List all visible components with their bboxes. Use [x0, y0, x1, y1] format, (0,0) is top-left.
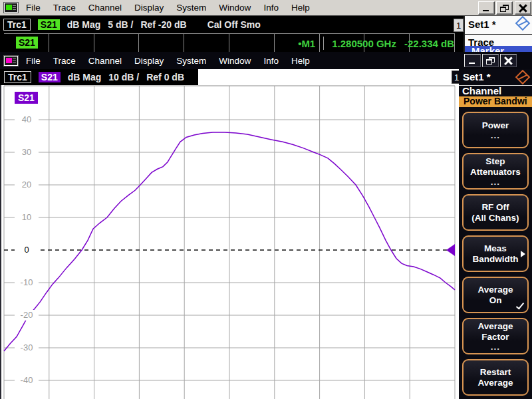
rs-logo-icon	[515, 70, 531, 85]
menu-channel[interactable]: Channel	[88, 56, 122, 66]
restore-button[interactable]	[482, 54, 499, 67]
background-window-diagram: Trc1 S21 dB Mag 5 dB / Ref -20 dB Cal Of…	[0, 16, 532, 52]
softkey-average-on[interactable]: Average On	[462, 277, 529, 313]
reference-level-marker-icon[interactable]	[446, 244, 455, 256]
y-axis-label: 10	[15, 212, 39, 223]
marker-frequency: 1.280500 GHz	[332, 38, 396, 49]
format-label[interactable]: dB Mag	[68, 72, 102, 82]
softkey-dots: ...	[491, 131, 500, 140]
softkey-label: (All Chans)	[471, 213, 519, 223]
marker-readout: •M1 1.280500 GHz -22.334 dB	[0, 36, 454, 51]
setup-title: Set1 *	[468, 19, 496, 30]
softkey-rf-off[interactable]: RF Off (All Chans)	[462, 194, 529, 231]
setup-title-row: Set1 *	[465, 16, 532, 35]
y-axis-label: -20	[15, 310, 39, 321]
softkey-label: Bandwidth	[473, 254, 519, 265]
softkey-label: Step	[485, 156, 505, 167]
scale-label[interactable]: 5 dB /	[108, 19, 133, 30]
trace-name-badge[interactable]: Trc1	[3, 19, 31, 31]
diagram-area[interactable]: S21 403020100-10-20-30-40	[0, 85, 459, 399]
menu-trace[interactable]: Trace	[53, 3, 76, 13]
softkey-panel: Set1 * Channel Power Bandwi Power ... St…	[459, 69, 532, 399]
softkey-step-attenuators[interactable]: Step Attenuators ...	[462, 153, 529, 190]
y-axis-label: 30	[15, 147, 39, 158]
close-button[interactable]	[500, 54, 517, 67]
y-axis-label: -40	[15, 375, 39, 386]
ref-label[interactable]: Ref -20 dB	[140, 19, 186, 30]
minimize-icon	[469, 63, 475, 64]
menu-system[interactable]: System	[176, 3, 206, 13]
y-axis-label: 0	[15, 245, 39, 255]
active-window-menubar: File Trace Channel Display System Window…	[0, 52, 532, 69]
softkey-label: Attenuators	[470, 167, 521, 178]
submenu-arrow-icon	[521, 251, 525, 257]
softkey-dots: ...	[491, 342, 500, 351]
close-icon	[504, 57, 513, 65]
cal-status-label: Cal Off Smo	[207, 19, 261, 30]
menu-help[interactable]: Help	[291, 3, 310, 13]
softkey-group-label: Channel	[459, 85, 532, 96]
measurement-chip[interactable]: S21	[39, 72, 61, 82]
marker-level: -22.334 dB	[404, 38, 454, 49]
setup-title-row: Set1 *	[459, 69, 532, 85]
softkey-meas-bandwidth[interactable]: Meas Bandwidth	[462, 235, 529, 272]
menu-file[interactable]: File	[26, 3, 41, 13]
marker-separator	[323, 37, 324, 50]
close-button[interactable]	[515, 1, 531, 15]
menu-trace[interactable]: Trace	[53, 56, 76, 66]
trace-info-bar[interactable]: Trc1 S21 dB Mag 10 dB / Ref 0 dB	[0, 69, 198, 85]
menu-window[interactable]: Window	[219, 3, 251, 13]
menu-system[interactable]: System	[176, 56, 206, 66]
instrument-app-icon	[4, 3, 18, 13]
measurement-chip[interactable]: S21	[38, 19, 60, 30]
background-window-menubar: File Trace Channel Display System Window…	[0, 0, 532, 16]
softkey-restart-average[interactable]: Restart Average	[462, 359, 529, 396]
softkey-label: Average	[478, 285, 513, 295]
panel-item-marker[interactable]: Marker	[465, 46, 532, 52]
menu-display[interactable]: Display	[134, 56, 164, 66]
vna-application: File Trace Channel Display System Window…	[0, 0, 532, 399]
menu-help[interactable]: Help	[291, 56, 310, 66]
softkey-label: RF Off	[481, 202, 509, 213]
ref-label[interactable]: Ref 0 dB	[146, 72, 184, 82]
minimize-button[interactable]	[478, 1, 495, 15]
background-side-panel: Set1 * Trace Marker	[464, 16, 532, 52]
active-window: File Trace Channel Display System Window…	[0, 52, 532, 399]
softkey-label: Average	[478, 378, 513, 388]
menu-window[interactable]: Window	[219, 56, 251, 66]
instrument-app-icon	[4, 56, 18, 66]
menu-info[interactable]: Info	[263, 3, 279, 13]
diagram-canvas	[0, 85, 459, 399]
marker-name: •M1	[298, 38, 315, 49]
restore-icon	[486, 57, 495, 65]
softkey-dots: ...	[491, 178, 500, 186]
scale-label[interactable]: 10 dB /	[108, 72, 139, 82]
restore-icon	[500, 5, 509, 12]
trace-name-badge[interactable]: Trc1	[4, 71, 31, 83]
format-label[interactable]: dB Mag	[67, 19, 101, 30]
menu-file[interactable]: File	[26, 56, 41, 66]
minimize-button[interactable]	[464, 54, 481, 67]
softkey-label: Power	[482, 120, 509, 131]
trace-info-row: Trc1 S21 dB Mag 10 dB / Ref 0 dB 1	[0, 69, 459, 85]
trace-s21-label[interactable]: S21	[15, 92, 38, 104]
y-axis-label: 20	[15, 180, 39, 190]
softkey-menu-header: Power Bandwi	[459, 96, 532, 107]
rs-logo-icon	[515, 16, 531, 31]
close-icon	[519, 4, 527, 13]
menu-display[interactable]: Display	[134, 3, 164, 13]
menu-info[interactable]: Info	[263, 56, 279, 66]
y-axis-label: -10	[15, 277, 39, 288]
menu-channel[interactable]: Channel	[88, 3, 122, 13]
restore-button[interactable]	[496, 1, 513, 15]
softkey-power[interactable]: Power ...	[462, 112, 529, 148]
background-trace-info-bar[interactable]: Trc1 S21 dB Mag 5 dB / Ref -20 dB Cal Of…	[3, 19, 261, 31]
softkey-label: Meas	[484, 243, 507, 254]
softkey-label: Restart	[480, 367, 511, 378]
setup-title: Set1 *	[463, 71, 491, 82]
checkmark-icon	[516, 301, 524, 309]
softkey-label: On	[489, 295, 502, 306]
y-axis-label: 40	[15, 114, 39, 125]
softkey-average-factor[interactable]: Average Factor ...	[462, 318, 529, 354]
softkey-label: Factor	[481, 332, 509, 342]
